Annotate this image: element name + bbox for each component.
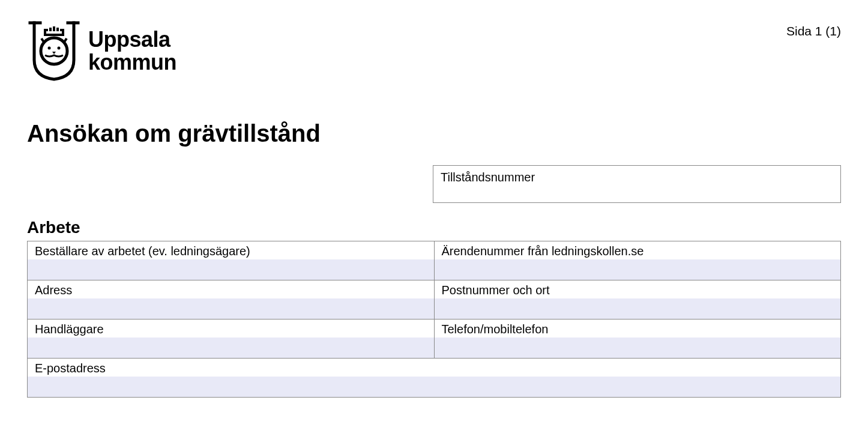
page-title: Ansökan om grävtillstånd <box>27 120 841 147</box>
field-input-handlaggare[interactable] <box>28 338 434 358</box>
logo: Uppsala kommun <box>27 18 176 84</box>
field-label-postnummer: Postnummer och ort <box>435 280 841 298</box>
field-input-bestallare[interactable] <box>28 259 434 280</box>
field-input-arendenummer[interactable] <box>435 259 841 280</box>
permit-number-row: Tillståndsnummer <box>27 165 841 203</box>
arbete-form-table: Beställare av arbetet (ev. ledningsägare… <box>27 241 841 398</box>
field-label-handlaggare: Handläggare <box>28 319 434 338</box>
field-label-telefon: Telefon/mobiltelefon <box>435 319 841 338</box>
field-input-epost[interactable] <box>28 377 840 397</box>
logo-line1: Uppsala <box>88 28 176 51</box>
logo-line2: kommun <box>88 51 176 74</box>
section-title-arbete: Arbete <box>27 218 841 237</box>
document-header: Uppsala kommun Sida 1 (1) <box>27 18 841 84</box>
field-input-adress[interactable] <box>28 298 434 319</box>
svg-point-2 <box>41 38 67 64</box>
permit-number-box: Tillståndsnummer <box>433 165 841 203</box>
field-input-telefon[interactable] <box>435 338 841 358</box>
field-label-arendenummer: Ärendenummer från ledningskollen.se <box>435 241 841 259</box>
permit-number-label: Tillståndsnummer <box>441 171 535 184</box>
page-number: Sida 1 (1) <box>786 18 841 38</box>
logo-text: Uppsala kommun <box>88 28 176 74</box>
svg-point-4 <box>58 47 61 50</box>
field-input-postnummer[interactable] <box>435 298 841 319</box>
field-label-adress: Adress <box>28 280 434 298</box>
field-label-bestallare: Beställare av arbetet (ev. ledningsägare… <box>28 241 434 259</box>
uppsala-shield-icon <box>27 18 81 84</box>
svg-point-3 <box>48 47 51 50</box>
field-label-epost: E-postadress <box>28 359 840 377</box>
